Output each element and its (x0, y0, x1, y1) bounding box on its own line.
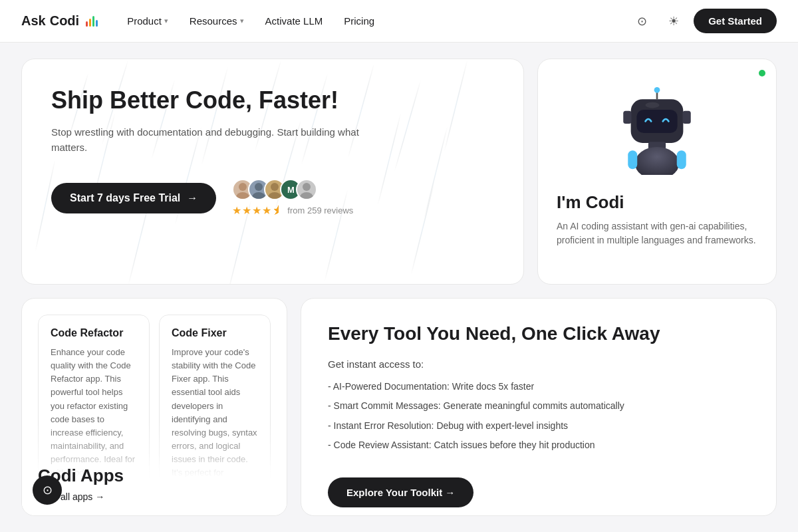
help-icon-button[interactable]: ⊙ (630, 9, 654, 33)
codi-description: An AI coding assistant with gen-ai capab… (557, 219, 757, 247)
hero-bottom: Start 7 days Free Trial → (51, 179, 494, 217)
nav-item-resources[interactable]: Resources ▾ (182, 10, 252, 32)
svg-point-32 (635, 147, 680, 175)
svg-rect-30 (683, 111, 691, 124)
trial-button[interactable]: Start 7 days Free Trial → (51, 183, 216, 213)
svg-rect-28 (636, 110, 677, 133)
toolkit-item-1: - AI-Powered Documentation: Write docs 5… (328, 380, 749, 394)
hero-title: Ship Better Code, Faster! (51, 86, 384, 114)
nav-items: Product ▾ Resources ▾ Activate LLM Prici… (119, 10, 382, 32)
toolkit-subtitle: Get instant access to: (328, 358, 749, 370)
toolkit-item-4: - Code Review Assistant: Catch issues be… (328, 439, 749, 452)
svg-point-26 (300, 192, 313, 199)
logo[interactable]: AskCodi (21, 13, 98, 29)
arrow-icon: → (187, 192, 198, 204)
hero-subtitle: Stop wrestling with documentation and de… (51, 125, 370, 155)
svg-point-19 (239, 183, 247, 191)
toolkit-item-3: - Instant Error Resolution: Debug with e… (328, 420, 749, 433)
right-panel: Every Tool You Need, One Click Away Get … (301, 298, 777, 516)
explore-toolkit-button[interactable]: Explore Your Toolkit → (328, 477, 473, 507)
svg-point-23 (271, 183, 279, 191)
code-fixer-title: Code Fixer (172, 327, 258, 339)
nav-item-product[interactable]: Product ▾ (119, 10, 176, 32)
logo-ask: Ask (21, 13, 46, 29)
codi-online-dot (759, 70, 765, 76)
hero-card: Ship Better Code, Faster! Stop wrestling… (21, 59, 524, 285)
reviews-section: M ★★★★⯨ from 259 reviews (232, 179, 353, 217)
main-content: Ship Better Code, Faster! Stop wrestling… (0, 43, 798, 532)
svg-rect-33 (628, 150, 637, 169)
svg-point-36 (654, 87, 660, 93)
star-icons: ★★★★⯨ (232, 204, 283, 217)
navbar: AskCodi Product ▾ Resources ▾ Activate L… (0, 0, 798, 43)
get-started-button[interactable]: Get Started (694, 9, 777, 33)
view-all-apps-link[interactable]: View all apps → (38, 491, 271, 502)
codi-apps-title: Codi Apps (38, 466, 271, 486)
svg-rect-34 (677, 150, 686, 169)
toolkit-list: - AI-Powered Documentation: Write docs 5… (328, 380, 749, 459)
svg-point-21 (255, 183, 263, 191)
navbar-right: ⊙ ☀ Get Started (630, 9, 777, 33)
chat-icon-button[interactable]: ⊙ (33, 475, 62, 505)
code-refactor-title: Code Refactor (51, 327, 137, 339)
nav-item-pricing[interactable]: Pricing (336, 10, 382, 32)
nav-item-activate-llm[interactable]: Activate LLM (257, 10, 331, 32)
avatar-group: M (232, 179, 353, 200)
review-count: from 259 reviews (287, 205, 353, 215)
toolkit-title: Every Tool You Need, One Click Away (328, 323, 749, 345)
chat-icon: ⊙ (43, 483, 53, 497)
svg-point-20 (236, 192, 249, 199)
svg-point-24 (268, 192, 281, 199)
svg-point-22 (252, 192, 265, 199)
navbar-left: AskCodi Product ▾ Resources ▾ Activate L… (21, 10, 382, 32)
resources-chevron-icon: ▾ (240, 17, 244, 25)
logo-bars-icon (86, 16, 98, 27)
codi-robot-image (604, 75, 710, 182)
robot-svg (610, 82, 704, 175)
codi-card: I'm Codi An AI coding assistant with gen… (537, 59, 777, 285)
svg-rect-29 (623, 111, 631, 124)
svg-point-37 (646, 102, 660, 108)
toolkit-item-2: - Smart Commit Messages: Generate meanin… (328, 400, 749, 413)
hero-content: Ship Better Code, Faster! Stop wrestling… (51, 86, 494, 217)
top-row: Ship Better Code, Faster! Stop wrestling… (21, 59, 777, 285)
theme-toggle-button[interactable]: ☀ (662, 9, 686, 33)
svg-point-25 (303, 183, 311, 191)
logo-codi: Codi (50, 13, 79, 29)
codi-apps-section: Codi Apps View all apps → (22, 455, 287, 515)
codi-name: I'm Codi (557, 192, 624, 213)
avatar-5 (296, 179, 317, 200)
left-panel: Code Refactor Enhance your code quality … (21, 298, 287, 516)
bottom-row: Code Refactor Enhance your code quality … (21, 298, 777, 516)
product-chevron-icon: ▾ (164, 17, 168, 25)
stars-row: ★★★★⯨ from 259 reviews (232, 204, 353, 217)
